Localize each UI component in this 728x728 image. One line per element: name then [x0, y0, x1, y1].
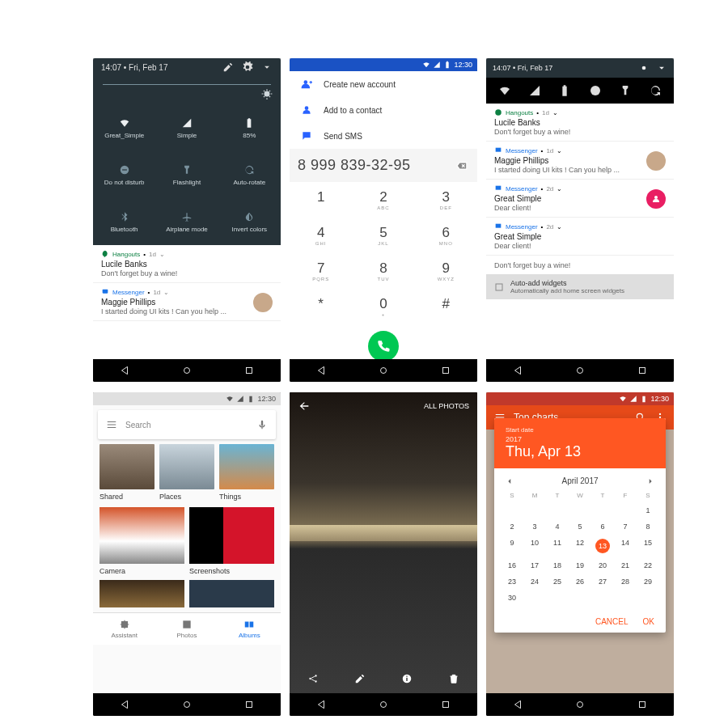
brightness-slider[interactable] — [103, 84, 271, 85]
album-camera[interactable]: Camera — [99, 507, 184, 575]
calendar-day[interactable]: 18 — [546, 557, 569, 574]
home-icon[interactable] — [181, 365, 193, 376]
key-hash[interactable]: # — [415, 289, 477, 324]
back-icon[interactable] — [119, 365, 130, 376]
cancel-button[interactable]: CANCEL — [595, 617, 629, 626]
calendar-day[interactable]: 5 — [569, 518, 591, 535]
calendar-day[interactable]: 24 — [523, 574, 546, 590]
calendar-day[interactable]: 4 — [546, 518, 569, 535]
edit-icon[interactable] — [354, 673, 366, 684]
search-bar[interactable]: Search — [98, 410, 276, 439]
thumbnail[interactable] — [99, 580, 184, 607]
key-8[interactable]: 8TUV — [352, 253, 414, 289]
back-icon[interactable] — [512, 699, 523, 710]
qs-tile-wifi[interactable]: Great_Simple — [93, 104, 155, 151]
calendar-day[interactable]: 21 — [614, 557, 637, 574]
album-shared[interactable]: Shared — [99, 444, 154, 501]
chevron-down-icon[interactable] — [656, 62, 667, 74]
back-arrow-icon[interactable] — [298, 400, 311, 413]
calendar-day[interactable]: 15 — [637, 535, 659, 557]
dnd-icon[interactable] — [589, 84, 602, 97]
tab-albums[interactable]: Albums — [218, 613, 281, 645]
calendar-day[interactable]: 17 — [523, 557, 546, 574]
notification[interactable]: Hangouts • 1d ⌄ Lucile Banks Don't forge… — [93, 245, 281, 283]
calendar-day[interactable]: 6 — [591, 518, 614, 535]
back-icon[interactable] — [119, 699, 130, 710]
calendar-day[interactable]: 23 — [501, 574, 523, 590]
qs-tile-flashlight[interactable]: Flashlight — [155, 151, 218, 198]
calendar-day[interactable]: 22 — [637, 557, 659, 574]
notification[interactable]: Messenger • 2d ⌄ Great Simple Dear clien… — [486, 180, 674, 218]
info-icon[interactable] — [401, 673, 413, 684]
auto-add-widgets[interactable]: Auto-add widgetsAutomatically add home s… — [486, 274, 674, 299]
wifi-icon[interactable] — [498, 84, 511, 97]
recent-icon[interactable] — [243, 365, 255, 376]
qs-tile-bluetooth[interactable]: Bluetooth — [93, 198, 155, 245]
key-1[interactable]: 1 — [290, 182, 352, 218]
qs-tile-invert[interactable]: Invert colors — [218, 198, 281, 245]
calendar-day[interactable]: 28 — [614, 574, 637, 590]
edit-icon[interactable] — [222, 61, 234, 73]
calendar-day[interactable]: 26 — [569, 574, 591, 590]
notification[interactable]: Messenger • 2d ⌄ Great Simple Dear clien… — [486, 218, 674, 256]
key-3[interactable]: 3DEF — [415, 182, 477, 218]
calendar-day[interactable]: 20 — [591, 557, 614, 574]
qs-tile-airplane[interactable]: Airplane mode — [155, 198, 218, 245]
rotate-icon[interactable] — [649, 84, 662, 97]
recent-icon[interactable] — [637, 699, 648, 710]
tab-assistant[interactable]: Assistant — [93, 613, 155, 645]
ok-button[interactable]: OK — [643, 617, 654, 626]
qs-tile-rotate[interactable]: Auto-rotate — [218, 151, 281, 198]
signal-icon[interactable] — [528, 84, 541, 97]
calendar-day[interactable]: 7 — [614, 518, 637, 535]
recent-icon[interactable] — [243, 699, 255, 710]
key-4[interactable]: 4GHI — [290, 218, 352, 253]
calendar-day[interactable]: 19 — [569, 557, 591, 574]
key-2[interactable]: 2ABC — [352, 182, 414, 218]
recent-icon[interactable] — [637, 365, 648, 376]
calendar-day[interactable]: 9 — [501, 535, 523, 557]
battery-icon[interactable] — [558, 84, 571, 97]
backspace-icon[interactable] — [455, 160, 469, 171]
menu-icon[interactable] — [106, 419, 117, 430]
call-button[interactable] — [368, 331, 399, 359]
calendar-day[interactable]: 29 — [637, 574, 659, 590]
calendar-day[interactable]: 30 — [501, 590, 523, 606]
calendar-day[interactable]: 8 — [637, 518, 659, 535]
flashlight-icon[interactable] — [619, 84, 632, 97]
key-5[interactable]: 5JKL — [352, 218, 414, 253]
album-places[interactable]: Places — [159, 444, 214, 501]
tab-photos[interactable]: Photos — [155, 613, 218, 645]
key-0[interactable]: 0+ — [352, 289, 414, 324]
gear-icon[interactable] — [242, 61, 253, 73]
create-account-row[interactable]: Create new account — [290, 71, 477, 97]
gear-icon[interactable] — [638, 62, 650, 74]
chevron-down-icon[interactable] — [261, 61, 273, 73]
notification[interactable]: Don't forget buy a wine! — [486, 256, 674, 274]
album-things[interactable]: Things — [219, 444, 274, 501]
back-icon[interactable] — [512, 365, 523, 376]
send-sms-row[interactable]: Send SMS — [290, 123, 477, 149]
recent-icon[interactable] — [440, 699, 451, 710]
add-contact-row[interactable]: Add to a contact — [290, 97, 477, 123]
checkbox-icon[interactable] — [494, 282, 504, 292]
calendar-day[interactable]: 14 — [614, 535, 637, 557]
back-icon[interactable] — [315, 699, 327, 710]
calendar-day[interactable]: 2 — [501, 518, 523, 535]
chevron-right-icon[interactable] — [646, 477, 654, 485]
home-icon[interactable] — [574, 365, 586, 376]
calendar-day[interactable]: 3 — [523, 518, 546, 535]
home-icon[interactable] — [378, 699, 389, 710]
notification[interactable]: Messenger • 1d ⌄ Maggie Phillips I start… — [486, 142, 674, 180]
calendar-day[interactable]: 1 — [637, 502, 659, 518]
qs-tile-cellular[interactable]: Simple — [155, 104, 218, 151]
back-icon[interactable] — [315, 365, 327, 376]
photo[interactable] — [290, 392, 477, 693]
brightness-icon[interactable] — [261, 88, 273, 99]
home-icon[interactable] — [574, 699, 586, 710]
chevron-left-icon[interactable] — [506, 477, 514, 485]
home-icon[interactable] — [181, 699, 193, 710]
key-star[interactable]: * — [290, 289, 352, 324]
all-photos-label[interactable]: ALL PHOTOS — [424, 402, 469, 410]
qs-tile-battery[interactable]: 85% — [218, 104, 281, 151]
